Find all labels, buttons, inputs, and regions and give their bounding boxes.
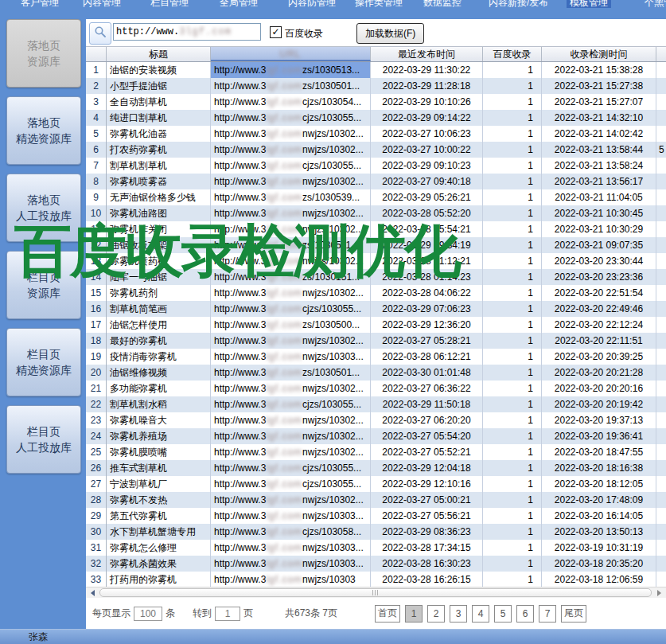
row-number[interactable]: 29 — [86, 508, 107, 524]
page-button[interactable]: 4 — [472, 605, 489, 623]
menu-item[interactable]: 模板管理 — [567, 0, 611, 8]
table-row[interactable]: 1油锯的安装视频http://www.3lgf.comzs/1030513...… — [86, 62, 666, 78]
load-data-button[interactable]: 加载数据(F) — [356, 23, 424, 44]
row-number[interactable]: 16 — [86, 301, 107, 317]
menu-item[interactable]: 操作类管理 — [352, 0, 406, 8]
row-number[interactable]: 31 — [86, 540, 107, 556]
table-row[interactable]: 13弥雾机喷药机http://www.3lgf.comnwjzs/10302..… — [86, 253, 666, 269]
table-row[interactable]: 2小型手提油锯http://www.3lgf.comzs/1030501...2… — [86, 78, 666, 94]
sidebar-button[interactable]: 落地页资源库 — [6, 19, 81, 88]
page-button[interactable]: 尾页 — [561, 605, 586, 623]
row-number[interactable]: 20 — [86, 365, 107, 381]
table-row[interactable]: 27宁波割草机厂http://www.3lgf.comcjzs/103055..… — [86, 476, 666, 492]
row-number[interactable]: 7 — [86, 158, 107, 174]
horizontal-scrollbar[interactable] — [86, 587, 666, 598]
table-row[interactable]: 30水下割草机蟹塘专用http://www.3lgf.comcjzs/10305… — [86, 524, 666, 540]
table-row[interactable]: 17油锯怎样使用http://www.3lgf.comzs/1030500...… — [86, 317, 666, 333]
row-number[interactable]: 32 — [86, 556, 107, 572]
table-row[interactable]: 5弥雾机化油器http://www.3lgf.comnwjzs/10302...… — [86, 126, 666, 142]
row-number[interactable]: 18 — [86, 333, 107, 349]
row-number[interactable]: 25 — [86, 444, 107, 460]
page-button[interactable]: 1 — [405, 605, 423, 623]
row-number[interactable]: 30 — [86, 524, 107, 540]
scroll-left-arrow-icon[interactable] — [87, 587, 99, 598]
page-button[interactable]: 首页 — [375, 605, 400, 623]
menu-item[interactable]: 客户管理 — [18, 0, 62, 8]
url-input[interactable]: http://www.3lgf.com — [113, 23, 261, 41]
table-row[interactable]: 28弥雾机不发热http://www.3lgf.comnwjzs/10302..… — [86, 492, 666, 508]
menu-item[interactable]: 数据监控 — [420, 0, 465, 8]
row-number[interactable]: 5 — [86, 126, 107, 142]
menu-item[interactable]: 内容管理 — [80, 0, 124, 8]
row-number[interactable]: 28 — [86, 492, 107, 508]
row-number[interactable]: 6 — [86, 142, 107, 158]
row-number[interactable]: 27 — [86, 476, 107, 492]
page-button[interactable]: 3 — [450, 605, 467, 623]
goto-page-input[interactable] — [215, 607, 240, 621]
page-button[interactable]: 6 — [516, 605, 534, 623]
table-row[interactable]: 6打农药弥雾机http://www.3lgf.comnwjzs/10302...… — [86, 142, 666, 158]
row-number[interactable]: 33 — [86, 572, 107, 587]
row-number[interactable]: 24 — [86, 428, 107, 444]
table-row[interactable]: 14陆军一号油锯http://www.3lgf.comzs/1030151...… — [86, 269, 666, 285]
column-header[interactable]: 百度收录 — [483, 47, 542, 61]
table-row[interactable]: 10弥雾机油路图http://www.3lgf.comnwjzs/10302..… — [86, 205, 666, 221]
row-number[interactable]: 3 — [86, 94, 107, 110]
row-number[interactable]: 19 — [86, 349, 107, 365]
row-number[interactable]: 4 — [86, 110, 107, 126]
table-row[interactable]: 11弥雾机咋关闭http://www.3lgf.comnwjzs/10302..… — [86, 221, 666, 237]
sidebar-button[interactable]: 栏目页人工投放库 — [6, 405, 81, 474]
column-header[interactable]: 收录检测时间 — [542, 47, 656, 61]
row-number[interactable]: 11 — [86, 221, 107, 237]
row-number[interactable]: 23 — [86, 412, 107, 428]
page-button[interactable]: 2 — [427, 605, 445, 623]
menu-item[interactable]: 个黑管理 — [641, 0, 666, 8]
column-header[interactable] — [656, 47, 666, 61]
table-row[interactable]: 16割草机简笔画http://www.3lgf.comcjzs/103055..… — [86, 301, 666, 317]
row-number[interactable]: 21 — [86, 381, 107, 396]
table-row[interactable]: 23弥雾机噪音大http://www.3lgf.comnwjzs/10302..… — [86, 412, 666, 428]
table-row[interactable]: 9无声油锯价格多少钱http://www.3lgf.comzs/1030539.… — [86, 189, 666, 205]
row-number[interactable]: 8 — [86, 174, 107, 189]
table-row[interactable]: 21多功能弥雾机http://www.3lgf.comnwjzs/10302..… — [86, 381, 666, 396]
row-number[interactable]: 26 — [86, 460, 107, 476]
table-row[interactable]: 20油锯维修视频http://www.3lgf.comzs/1030501...… — [86, 365, 666, 381]
table-row[interactable]: 26推车式割草机http://www.3lgf.comcjzs/103055..… — [86, 460, 666, 476]
table-row[interactable]: 19疫情消毒弥雾机http://www.3lgf.comnwjzs/10303.… — [86, 349, 666, 365]
baidu-index-checkbox[interactable] — [270, 26, 282, 38]
sidebar-button[interactable]: 栏目页精选资源库 — [6, 328, 81, 396]
table-row[interactable]: 22割草机割水稻http://www.3lgf.comcjzs/103055..… — [86, 396, 666, 412]
horizontal-scrollbar-thumb[interactable] — [99, 588, 652, 597]
sidebar-button[interactable]: 落地页精选资源库 — [6, 96, 81, 165]
page-button[interactable]: 5 — [494, 605, 512, 623]
column-header[interactable]: URL — [211, 47, 371, 61]
table-row[interactable]: 3全自动割草机http://www.3lgf.comcjzs/103054...… — [86, 94, 666, 110]
sidebar-button[interactable]: 栏目页资源库 — [6, 251, 81, 319]
column-header[interactable]: 最近发布时间 — [371, 47, 483, 61]
table-row[interactable]: 25弥雾机膜喷嘴http://www.3lgf.comnwjzs/10302..… — [86, 444, 666, 460]
table-row[interactable]: 12油锯改板支架http://www.3lgf.comzs/1030511...… — [86, 237, 666, 253]
table-row[interactable]: 4纯进口割草机http://www.3lgf.comcjzs/103055...… — [86, 110, 666, 126]
table-row[interactable]: 7割草机割草机http://www.3lgf.comcjzs/103055...… — [86, 158, 666, 174]
row-number[interactable]: 10 — [86, 205, 107, 221]
column-header[interactable]: 标题 — [107, 47, 211, 61]
sidebar-button[interactable]: 落地页人工投放库 — [6, 174, 81, 242]
row-number[interactable]: 9 — [86, 189, 107, 205]
table-row[interactable]: 29第五代弥雾机http://www.3lgf.comnwjzs/10303..… — [86, 508, 666, 524]
search-button[interactable] — [89, 22, 111, 45]
per-page-input[interactable] — [134, 607, 162, 621]
table-row[interactable]: 15弥雾机药剂http://www.3lgf.comnwjzs/10302...… — [86, 285, 666, 301]
header-rownum[interactable] — [86, 47, 107, 61]
row-number[interactable]: 12 — [86, 237, 107, 253]
row-number[interactable]: 2 — [86, 78, 107, 94]
page-button[interactable]: 7 — [539, 605, 556, 623]
menu-item[interactable]: 内容防管理 — [285, 0, 339, 8]
table-row[interactable]: 31弥雾机怎么修理http://www.3lgf.comnwjzs/10303.… — [86, 540, 666, 556]
row-number[interactable]: 17 — [86, 317, 107, 333]
row-number[interactable]: 14 — [86, 269, 107, 285]
table-row[interactable]: 8弥雾机喷雾器http://www.3lgf.comnwjzs/10302...… — [86, 174, 666, 189]
menu-item[interactable]: 栏目管理 — [147, 0, 192, 8]
row-number[interactable]: 15 — [86, 285, 107, 301]
table-row[interactable]: 33打药用的弥雾机http://www.3lgf.comnwjzs/103032… — [86, 572, 666, 587]
table-row[interactable]: 18最好的弥雾机http://www.3lgf.comnwjzs/10302..… — [86, 333, 666, 349]
